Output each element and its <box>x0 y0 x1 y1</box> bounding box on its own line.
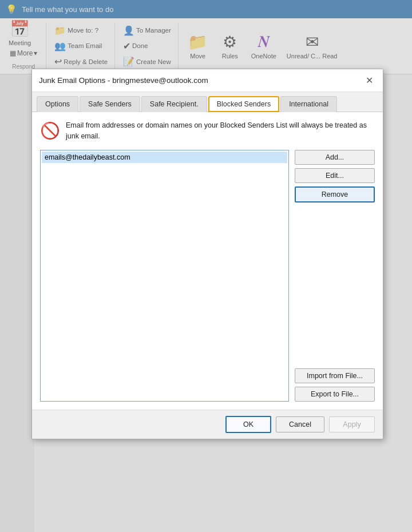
tab-safe-senders[interactable]: Safe Senders <box>80 96 140 112</box>
import-button[interactable]: Import from File... <box>295 368 375 383</box>
apply-button[interactable]: Apply <box>329 416 375 432</box>
tab-international[interactable]: International <box>280 96 337 112</box>
dialog-titlebar: Junk Email Options - bringmesteve@outloo… <box>32 69 383 92</box>
side-buttons: Add... Edit... Remove Import from File..… <box>295 150 375 402</box>
cancel-button[interactable]: Cancel <box>276 416 324 432</box>
add-button[interactable]: Add... <box>295 150 375 165</box>
edit-button[interactable]: Edit... <box>295 168 375 183</box>
dialog-title: Junk Email Options - bringmesteve@outloo… <box>39 76 208 85</box>
blocked-senders-info-icon: 🚫 <box>40 121 60 140</box>
ok-button[interactable]: OK <box>225 416 271 433</box>
tab-bar: Options Safe Senders Safe Recipient. Blo… <box>32 92 383 112</box>
dialog-close-button[interactable]: ✕ <box>363 74 376 87</box>
button-spacer <box>295 206 375 365</box>
info-row: 🚫 Email from addresses or domain names o… <box>40 120 375 142</box>
tab-blocked-senders[interactable]: Blocked Senders <box>208 96 280 112</box>
tab-options[interactable]: Options <box>37 96 78 112</box>
info-text: Email from addresses or domain names on … <box>66 120 375 142</box>
export-button[interactable]: Export to File... <box>295 387 375 402</box>
dialog-body: 🚫 Email from addresses or domain names o… <box>32 112 383 410</box>
list-item[interactable]: emails@thedailybeast.com <box>42 152 287 163</box>
junk-email-options-dialog: Junk Email Options - bringmesteve@outloo… <box>31 69 383 439</box>
dialog-footer: OK Cancel Apply <box>32 410 383 439</box>
tab-safe-recipients[interactable]: Safe Recipient. <box>141 96 207 112</box>
content-area: emails@thedailybeast.com Add... Edit... … <box>40 150 375 402</box>
remove-button[interactable]: Remove <box>295 186 375 203</box>
blocked-senders-list[interactable]: emails@thedailybeast.com <box>40 150 289 402</box>
